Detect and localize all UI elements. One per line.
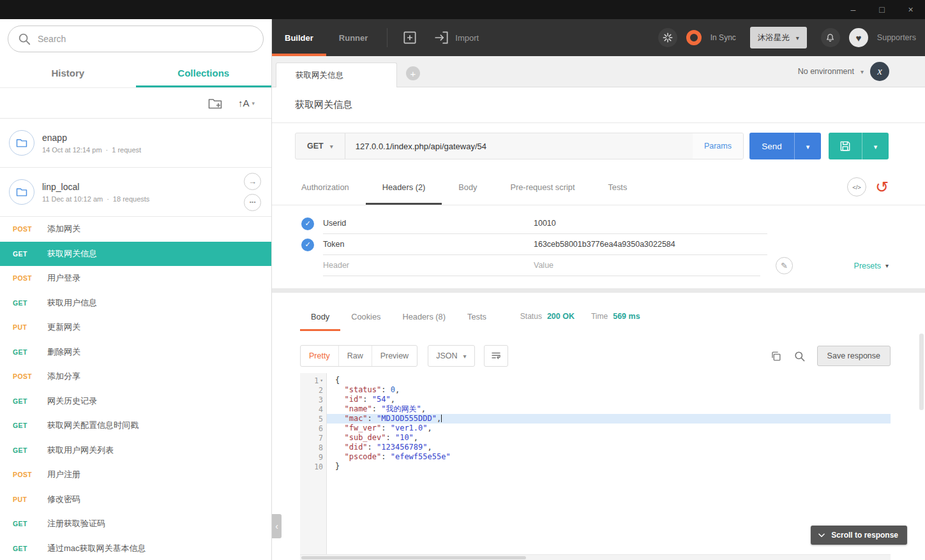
line-number: 8: [300, 443, 326, 452]
tab-headers[interactable]: Headers (2): [366, 169, 442, 205]
collection-card[interactable]: enapp 14 Oct at 12:14 pm · 1 request: [0, 119, 271, 168]
open-collection-button[interactable]: →: [244, 173, 261, 190]
header-value-field[interactable]: 10010: [534, 213, 767, 234]
notifications-button[interactable]: [821, 28, 840, 47]
maximize-button[interactable]: □: [868, 0, 896, 19]
params-button[interactable]: Params: [693, 133, 743, 159]
request-list-item[interactable]: PUT更新网关: [0, 315, 271, 340]
search-response-button[interactable]: [793, 350, 806, 362]
request-list-item[interactable]: PUT修改密码: [0, 487, 271, 512]
open-request-tab[interactable]: 获取网关信息: [276, 63, 397, 87]
request-list-item[interactable]: POST添加分享: [0, 364, 271, 389]
scrollbar-thumb[interactable]: [301, 556, 526, 559]
request-list-item[interactable]: POST添加网关: [0, 217, 271, 242]
presets-dropdown[interactable]: Presets ▾: [793, 262, 889, 270]
import-button[interactable]: Import: [426, 19, 486, 56]
send-button[interactable]: Send: [749, 133, 794, 159]
tab-collections[interactable]: Collections: [136, 59, 272, 87]
header-key-field[interactable]: Token: [323, 234, 534, 255]
sort-button[interactable]: ↑A ▾: [238, 98, 255, 108]
request-method-label: GET: [13, 545, 47, 552]
search-input[interactable]: [38, 34, 254, 44]
code-line[interactable]: "did": "123456789",: [327, 443, 891, 452]
method-dropdown[interactable]: GET ▾: [296, 133, 345, 159]
save-options-button[interactable]: ▾: [862, 133, 889, 159]
tab-response-tests[interactable]: Tests: [456, 302, 497, 331]
tab-response-body[interactable]: Body: [300, 302, 340, 331]
request-list-item[interactable]: POST用户注册: [0, 462, 271, 487]
close-button[interactable]: ×: [896, 0, 925, 19]
copy-icon: [770, 350, 782, 362]
code-line[interactable]: "sub_dev": "10",: [327, 433, 891, 443]
code-line[interactable]: "name": "我的网关",: [327, 404, 891, 414]
code-line[interactable]: "status": 0,: [327, 385, 891, 395]
save-button[interactable]: [829, 133, 862, 159]
reset-request-button[interactable]: ↺: [875, 179, 889, 195]
generate-code-button[interactable]: </>: [847, 177, 866, 196]
add-tab-button[interactable]: +: [406, 66, 420, 80]
view-raw[interactable]: Raw: [338, 346, 372, 366]
request-list-item[interactable]: GET通过mac获取网关基本信息: [0, 536, 271, 560]
code-token: ,: [437, 414, 441, 423]
minimize-button[interactable]: –: [839, 0, 868, 19]
tab-authorization[interactable]: Authorization: [285, 169, 366, 205]
request-list-item[interactable]: GET获取用户信息: [0, 291, 271, 316]
sync-status-icon[interactable]: [686, 30, 702, 45]
tab-pre-request-script[interactable]: Pre-request script: [493, 169, 591, 205]
request-list-item[interactable]: GET删除网关: [0, 340, 271, 365]
code-line[interactable]: "mac": "MDJOD555DDD",: [327, 414, 891, 424]
format-dropdown[interactable]: JSON ▾: [428, 345, 474, 367]
code-line[interactable]: "pscode": "efewf55e55e": [327, 452, 891, 462]
environment-dropdown[interactable]: No environment: [798, 67, 854, 76]
header-value-field[interactable]: Value: [534, 255, 760, 276]
header-key-field[interactable]: Userid: [323, 213, 534, 234]
nav-runner[interactable]: Runner: [326, 19, 381, 56]
url-input[interactable]: [345, 142, 693, 151]
tab-body[interactable]: Body: [442, 169, 493, 205]
collection-menu-button[interactable]: ···: [244, 194, 261, 211]
sidebar-collapse-handle[interactable]: ‹: [272, 514, 282, 538]
account-menu-button[interactable]: 沐浴星光 ▾: [750, 27, 807, 48]
new-folder-button[interactable]: [207, 96, 223, 111]
view-preview[interactable]: Preview: [372, 346, 417, 366]
save-response-button[interactable]: Save response: [817, 346, 891, 366]
new-tab-button[interactable]: [394, 19, 426, 56]
view-pretty[interactable]: Pretty: [301, 346, 338, 366]
code-line[interactable]: }: [327, 462, 891, 471]
tab-history[interactable]: History: [0, 59, 136, 87]
app-header: Builder Runner Import In Sync 沐浴星光 ▾ ♥ S…: [272, 19, 925, 56]
horizontal-scrollbar[interactable]: [300, 554, 891, 560]
bulk-edit-button[interactable]: ✎: [776, 257, 793, 274]
code-line[interactable]: "fw_ver": "ver1.0",: [327, 424, 891, 433]
request-list-item[interactable]: GET获取网关配置信息时间戳: [0, 413, 271, 438]
search-box[interactable]: [8, 26, 264, 52]
header-enabled-checkbox[interactable]: ✓: [301, 239, 314, 251]
wrap-lines-button[interactable]: [484, 345, 508, 367]
supporters-button[interactable]: ♥: [849, 28, 868, 47]
fold-caret-icon[interactable]: ▾: [320, 378, 323, 383]
request-list-item[interactable]: POST用户登录: [0, 266, 271, 291]
code-line[interactable]: {: [327, 376, 891, 385]
editor-code[interactable]: { "status": 0, "id": "54", "name": "我的网关…: [327, 373, 891, 560]
header-value-field[interactable]: 163ceb58001b3776ea4a9350a3022584: [534, 234, 767, 255]
send-options-button[interactable]: ▾: [794, 133, 821, 159]
vertical-scrollbar[interactable]: [919, 334, 924, 410]
environment-quicklook-button[interactable]: x: [870, 62, 889, 81]
tab-tests[interactable]: Tests: [591, 169, 643, 205]
request-list-item[interactable]: GET获取用户网关列表: [0, 438, 271, 463]
nav-builder[interactable]: Builder: [272, 19, 326, 56]
scroll-to-response-button[interactable]: Scroll to response: [811, 526, 907, 545]
request-list-item[interactable]: GET注册获取验证码: [0, 512, 271, 536]
pane-divider[interactable]: [272, 288, 925, 293]
interceptor-button[interactable]: [658, 28, 677, 47]
tab-response-headers[interactable]: Headers (8): [391, 302, 456, 331]
header-enabled-checkbox[interactable]: ✓: [301, 217, 314, 230]
request-list-item[interactable]: GET网关历史记录: [0, 389, 271, 414]
copy-response-button[interactable]: [770, 350, 782, 362]
tab-response-cookies[interactable]: Cookies: [340, 302, 391, 331]
collection-card[interactable]: linp_local 11 Dec at 10:12 am · 18 reque…: [0, 168, 271, 217]
import-icon: [433, 29, 450, 46]
header-key-field[interactable]: Header: [323, 255, 534, 276]
code-line[interactable]: "id": "54",: [327, 395, 891, 404]
request-list-item[interactable]: GET获取网关信息: [0, 242, 271, 267]
